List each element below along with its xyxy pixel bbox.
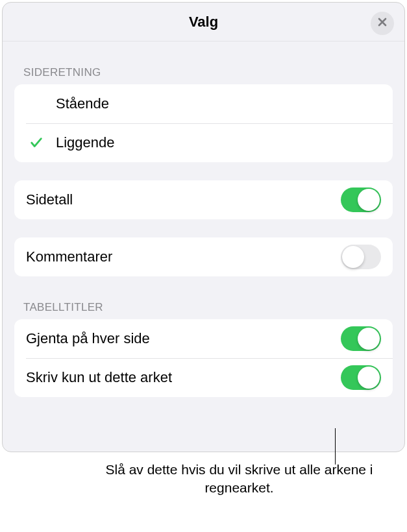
callout-line	[335, 428, 336, 465]
callout-text: Slå av dette hvis du vil skrive ut alle …	[65, 461, 388, 498]
comments-toggle[interactable]	[341, 245, 381, 269]
page-numbers-label: Sidetall	[26, 191, 341, 208]
section-header-orientation: SIDERETNING	[14, 42, 393, 84]
section-header-tabletitles: TABELLTITLER	[14, 276, 393, 319]
popover-header: Valg	[3, 3, 404, 42]
comments-label: Kommentarer	[26, 248, 341, 265]
print-only-this-toggle[interactable]	[341, 365, 381, 390]
page-numbers-group: Sidetall	[14, 180, 393, 219]
close-icon	[377, 17, 388, 30]
orientation-group: Stående Liggende	[14, 84, 393, 162]
print-only-this-row: Skriv kun ut dette arket	[14, 358, 393, 397]
repeat-titles-label: Gjenta på hver side	[26, 330, 341, 347]
page-numbers-toggle[interactable]	[341, 187, 381, 212]
print-only-this-label: Skriv kun ut dette arket	[26, 369, 341, 386]
options-popover: Valg SIDERETNING Stående Liggende Sideta…	[2, 2, 405, 452]
repeat-titles-row: Gjenta på hver side	[14, 319, 393, 358]
repeat-titles-toggle[interactable]	[341, 326, 381, 351]
orientation-landscape[interactable]: Liggende	[14, 123, 393, 162]
callout: Slå av dette hvis du vil skrive ut alle …	[65, 461, 388, 498]
page-numbers-row: Sidetall	[14, 180, 393, 219]
toggle-knob	[342, 246, 364, 268]
close-button[interactable]	[371, 12, 394, 35]
orientation-portrait[interactable]: Stående	[14, 84, 393, 123]
toggle-knob	[358, 367, 380, 389]
orientation-landscape-label: Liggende	[56, 134, 381, 151]
comments-group: Kommentarer	[14, 237, 393, 276]
popover-content: SIDERETNING Stående Liggende Sidetall	[3, 42, 404, 397]
orientation-portrait-label: Stående	[56, 95, 381, 112]
toggle-knob	[358, 189, 380, 211]
checkmark-icon	[29, 135, 44, 151]
page-title: Valg	[189, 14, 218, 30]
table-titles-group: Gjenta på hver side Skriv kun ut dette a…	[14, 319, 393, 397]
toggle-knob	[358, 328, 380, 350]
comments-row: Kommentarer	[14, 237, 393, 276]
